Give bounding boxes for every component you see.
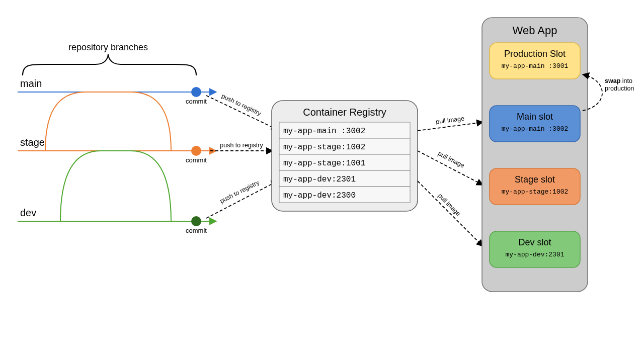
- slot-prod: Production Slot my-app-main :3001: [490, 43, 580, 79]
- slot-main: Main slot my-app-main :3002: [490, 106, 580, 142]
- svg-rect-7: [490, 43, 580, 79]
- repo-brace: [23, 54, 196, 75]
- merge-dev-to-stage: [60, 151, 171, 221]
- commit-dot-dev: [191, 216, 201, 226]
- swap-label-line2: production: [605, 85, 634, 92]
- branch-dev-label: dev: [20, 207, 36, 218]
- svg-rect-8: [490, 106, 580, 142]
- commit-label-stage: commit: [186, 156, 207, 164]
- repo-branches-group: repository branches main commit stage co…: [18, 42, 216, 234]
- slot-main-title: Main slot: [517, 112, 553, 122]
- pull-label-stage: pull image: [437, 150, 465, 169]
- swap-arrow-group: swap into production: [583, 74, 634, 111]
- slot-dev-image: my-app-dev:2301: [505, 251, 564, 258]
- slot-stage-image: my-app-stage:1002: [502, 188, 569, 196]
- registry-image-1: my-app-stage:1002: [283, 143, 365, 152]
- slot-prod-title: Production Slot: [504, 49, 566, 59]
- branch-main-label: main: [20, 78, 42, 89]
- registry-image-3: my-app-dev:2301: [283, 175, 356, 184]
- commit-dot-main: [191, 87, 201, 97]
- registry-image-0: my-app-main :3002: [283, 127, 365, 136]
- commit-dot-stage: [191, 146, 201, 156]
- branch-stage-label: stage: [20, 137, 45, 148]
- registry-table: my-app-main :3002 my-app-stage:1002 my-a…: [279, 122, 410, 203]
- slot-prod-image: my-app-main :3001: [502, 62, 569, 70]
- pull-edges: pull image pull image pull image: [418, 115, 483, 246]
- web-app-title: Web App: [513, 24, 557, 37]
- registry-image-4: my-app-dev:2300: [283, 191, 356, 200]
- pull-edge-dev: [418, 181, 483, 246]
- slot-stage: Stage slot my-app-stage:1002: [490, 168, 580, 205]
- merge-stage-to-main: [45, 92, 171, 151]
- push-label-stage: push to registry: [220, 142, 263, 149]
- slot-dev: Dev slot my-app-dev:2301: [490, 231, 580, 267]
- container-registry: Container Registry my-app-main :3002 my-…: [272, 101, 418, 211]
- slot-main-image: my-app-main :3002: [502, 125, 569, 133]
- web-app: Web App Production Slot my-app-main :300…: [482, 18, 588, 292]
- commit-label-main: commit: [186, 98, 207, 105]
- repo-brace-label: repository branches: [68, 42, 148, 52]
- registry-title: Container Registry: [303, 107, 386, 118]
- slot-dev-title: Dev slot: [518, 237, 551, 247]
- pull-label-main: pull image: [435, 115, 464, 126]
- svg-rect-10: [490, 231, 580, 267]
- registry-image-2: my-app-stage:1001: [283, 159, 365, 168]
- svg-rect-9: [490, 168, 580, 205]
- push-edges: push to registry push to registry push t…: [206, 93, 278, 218]
- pull-label-dev: pull image: [437, 192, 462, 217]
- commit-label-dev: commit: [186, 227, 207, 234]
- slot-stage-title: Stage slot: [515, 174, 555, 185]
- swap-label: swap into: [605, 77, 632, 84]
